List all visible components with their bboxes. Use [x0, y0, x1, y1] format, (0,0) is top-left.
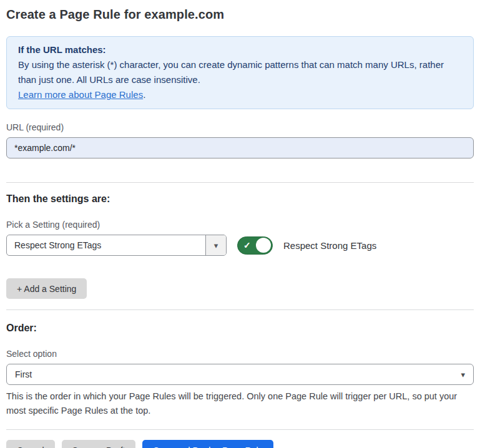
- order-section-heading: Order:: [6, 323, 474, 334]
- url-field-label: URL (required): [6, 122, 474, 132]
- divider: [6, 429, 474, 430]
- pick-setting-label: Pick a Setting (required): [6, 220, 474, 230]
- setting-toggle-label: Respect Strong ETags: [283, 240, 376, 251]
- divider: [6, 309, 474, 310]
- settings-section-heading: Then the settings are:: [6, 193, 474, 205]
- order-help-text: This is the order in which your Page Rul…: [6, 389, 471, 418]
- divider: [6, 182, 474, 183]
- select-caret-icon: ▾: [461, 370, 465, 379]
- info-box-heading: If the URL matches:: [18, 42, 462, 57]
- toggle-knob: [256, 238, 271, 253]
- save-draft-button[interactable]: Save as Draft: [62, 440, 136, 448]
- checkmark-icon: ✓: [243, 240, 251, 250]
- page-title: Create a Page Rule for example.com: [6, 7, 474, 22]
- link-suffix: .: [143, 89, 145, 100]
- url-input[interactable]: [6, 137, 474, 158]
- add-setting-button[interactable]: + Add a Setting: [6, 278, 87, 299]
- info-box-link-line: Learn more about Page Rules.: [18, 87, 462, 102]
- setting-toggle[interactable]: ✓: [237, 236, 273, 255]
- dropdown-caret-icon[interactable]: ▾: [205, 235, 226, 255]
- setting-row: Respect Strong ETags ▾ ✓ Respect Strong …: [6, 235, 474, 256]
- save-deploy-button[interactable]: Save and Deploy Page Rule: [142, 440, 273, 448]
- info-box-body: By using the asterisk (*) character, you…: [18, 57, 462, 87]
- order-select-label: Select option: [6, 349, 474, 359]
- order-select-value: First: [15, 369, 32, 379]
- url-matches-info-box: If the URL matches: By using the asteris…: [6, 36, 474, 109]
- setting-dropdown[interactable]: Respect Strong ETags ▾: [6, 235, 227, 256]
- order-select[interactable]: First ▾: [6, 364, 474, 385]
- cancel-button[interactable]: Cancel: [6, 440, 55, 448]
- actions-row: Cancel Save as Draft Save and Deploy Pag…: [6, 440, 474, 448]
- setting-dropdown-value: Respect Strong ETags: [7, 235, 205, 255]
- learn-more-link[interactable]: Learn more about Page Rules: [18, 89, 143, 100]
